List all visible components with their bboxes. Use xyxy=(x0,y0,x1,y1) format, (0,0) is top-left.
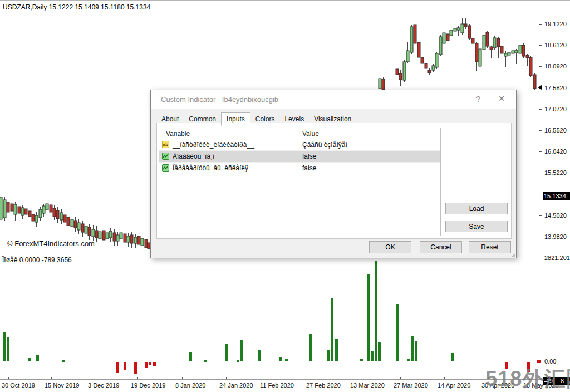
candle xyxy=(0,194,2,223)
candle xyxy=(454,27,456,38)
table-row[interactable]: Ïåðåâåðíóòü_âû÷èñëåíèÿfalse xyxy=(159,163,440,174)
variable-value[interactable]: false xyxy=(302,164,316,172)
histogram-bar xyxy=(378,342,381,361)
tab-colors[interactable]: Colors xyxy=(250,113,280,125)
candle xyxy=(141,235,144,250)
candle xyxy=(500,45,503,62)
indicator-zero-marker-icon xyxy=(537,360,541,363)
tab-inputs[interactable]: Inputs xyxy=(221,112,250,126)
reset-button[interactable]: Reset xyxy=(469,241,511,253)
candle xyxy=(50,203,52,215)
candle xyxy=(137,233,140,249)
candle xyxy=(28,209,31,222)
price-axis-tick xyxy=(539,237,542,237)
price-axis-label: 13.9820 xyxy=(544,233,567,240)
table-row[interactable]: ab__íàñòðîéêè_èíäèêàòîðà__Çäåñü èçìåíÿåì xyxy=(159,139,440,151)
histogram-bar xyxy=(189,352,192,361)
time-axis-tick xyxy=(8,377,9,379)
candle xyxy=(24,207,27,218)
histogram-bar xyxy=(116,362,119,373)
histogram-bar xyxy=(411,336,414,361)
histogram-bar xyxy=(28,358,31,361)
histogram-bar xyxy=(62,360,65,362)
candle xyxy=(432,64,435,72)
histogram-bar xyxy=(240,340,243,361)
column-header-value: Value xyxy=(302,130,319,138)
candle xyxy=(417,41,420,59)
time-axis-tick xyxy=(137,377,138,379)
histogram-bar xyxy=(279,357,282,361)
variable-value[interactable]: false xyxy=(302,153,316,160)
table-row[interactable]: Äîáàâèòü_îá¸ìfalse xyxy=(159,151,440,163)
histogram-bar xyxy=(36,355,39,361)
time-axis-tick xyxy=(267,377,267,379)
candle xyxy=(18,204,21,217)
histogram-bar xyxy=(367,274,370,361)
candle xyxy=(95,226,98,242)
histogram-bar xyxy=(204,360,207,362)
candle xyxy=(32,211,35,226)
histogram-bar xyxy=(505,362,508,369)
histogram-bar xyxy=(527,362,530,372)
ok-button[interactable]: OK xyxy=(369,241,411,253)
tab-common[interactable]: Common xyxy=(184,113,221,125)
table-rows: ab__íàñòðîéêè_èíäèêàòîðà__Çäåñü èçìåíÿåì… xyxy=(159,139,440,174)
price-axis-label: 17.0720 xyxy=(544,106,567,112)
variable-value[interactable]: Çäåñü èçìåíÿåì xyxy=(302,141,347,149)
time-axis-label: 14 Apr 2020 xyxy=(438,382,470,389)
candle xyxy=(379,76,381,91)
help-button[interactable]: ? xyxy=(476,95,480,104)
histogram-bar xyxy=(407,359,410,361)
candle xyxy=(533,73,536,90)
cancel-button[interactable]: Cancel xyxy=(420,241,462,253)
load-button[interactable]: Load xyxy=(445,203,508,214)
dialog-titlebar[interactable]: Custom Indicator - Ib4eydnbixoucgib ? ✕ xyxy=(151,90,516,109)
candle xyxy=(464,18,467,29)
candle xyxy=(479,47,481,71)
candle xyxy=(421,56,424,69)
candle xyxy=(529,56,532,77)
inputs-table: Variable Value ab__íàñòðîéêè_èíäèêàòîðà_… xyxy=(159,128,441,236)
histogram-bar xyxy=(309,334,312,361)
chart-type-icon xyxy=(162,153,169,160)
dialog-title: Custom Indicator - Ib4eydnbixoucgib xyxy=(161,95,278,104)
histogram-bar xyxy=(3,332,6,361)
time-axis-line[interactable] xyxy=(0,379,570,380)
candle xyxy=(39,207,42,221)
time-axis-label: 13 Mar 2020 xyxy=(350,382,385,389)
candle xyxy=(134,234,137,248)
tab-visualization[interactable]: Visualization xyxy=(309,113,356,125)
time-axis-tick xyxy=(226,377,227,379)
time-axis-tick xyxy=(51,377,52,379)
price-axis-label: 16.5520 xyxy=(544,127,567,134)
histogram-bar xyxy=(451,353,454,361)
tab-levels[interactable]: Levels xyxy=(279,113,309,125)
price-axis-tick xyxy=(539,130,542,131)
candle xyxy=(56,207,59,223)
price-axis-label: 19.1220 xyxy=(544,21,567,27)
price-axis-line[interactable] xyxy=(542,1,542,379)
resize-grip-icon[interactable]: ◢ xyxy=(511,252,515,258)
candle xyxy=(81,220,84,237)
candle xyxy=(468,24,471,40)
price-axis-tick xyxy=(539,66,542,67)
dialog-tab-strip: AboutCommonInputsColorsLevelsVisualizati… xyxy=(156,112,356,125)
table-header: Variable Value xyxy=(159,128,440,139)
time-axis-tick xyxy=(182,377,183,379)
candle xyxy=(109,228,112,242)
save-button[interactable]: Save xyxy=(445,220,508,232)
histogram-bar xyxy=(327,350,330,361)
candle xyxy=(71,216,73,231)
candle xyxy=(526,54,529,66)
tab-about[interactable]: About xyxy=(156,113,184,125)
close-icon[interactable]: ✕ xyxy=(498,94,505,103)
candle xyxy=(14,202,17,220)
indicator-name-value-label: Ïîøåê 0.0000 -789.3656 xyxy=(2,256,72,264)
candle xyxy=(60,209,63,224)
candle xyxy=(74,217,77,232)
candle xyxy=(471,36,474,46)
candle xyxy=(486,31,489,48)
candle xyxy=(63,212,66,227)
histogram-bar xyxy=(371,351,374,361)
candle xyxy=(53,205,56,220)
